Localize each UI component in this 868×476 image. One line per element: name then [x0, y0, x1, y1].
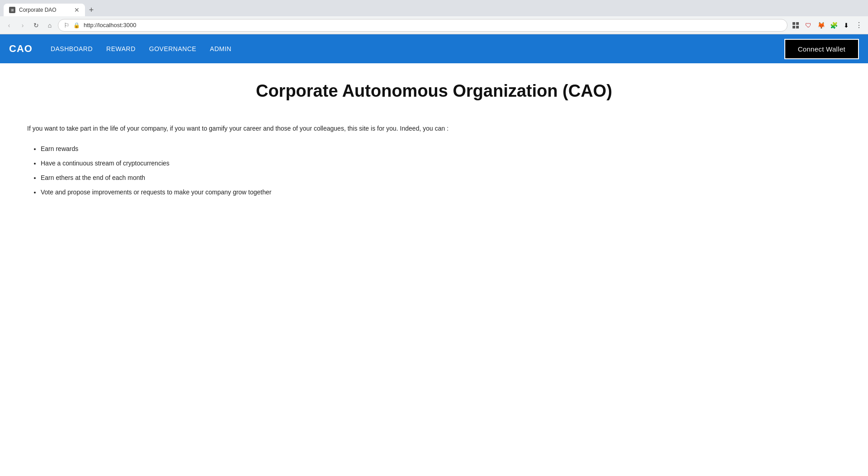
browser-chrome: ⊞ Corporate DAO ✕ + ‹ › ↻ ⌂ ⚐ 🔒 http://l…	[0, 0, 868, 34]
back-button[interactable]: ‹	[4, 20, 14, 31]
bookmark-icon: ⚐	[64, 22, 70, 29]
svg-rect-1	[796, 22, 799, 25]
tab-title: Corporate DAO	[19, 7, 71, 13]
tab-close-button[interactable]: ✕	[74, 7, 80, 13]
shield-extension-button[interactable]: 🛡	[803, 20, 814, 31]
nav-dashboard[interactable]: DASHBOARD	[51, 45, 93, 52]
feature-item-4: Vote and propose improvements or request…	[41, 186, 841, 198]
browser-toolbar: ‹ › ↻ ⌂ ⚐ 🔒 http://localhost:3000 🛡 🦊 🧩 …	[0, 16, 868, 34]
navbar-left: CAO DASHBOARD REWARD GOVERNANCE ADMIN	[9, 43, 231, 55]
svg-rect-3	[796, 26, 799, 28]
address-bar[interactable]: ⚐ 🔒 http://localhost:3000	[58, 19, 788, 32]
feature-item-2: Have a continuous stream of cryptocurren…	[41, 157, 841, 170]
download-extension-button[interactable]: ⬇	[841, 20, 852, 31]
forward-button[interactable]: ›	[17, 20, 28, 31]
home-button[interactable]: ⌂	[44, 20, 55, 31]
browser-extensions: 🛡 🦊 🧩 ⬇ ⋮	[790, 20, 864, 31]
svg-rect-0	[793, 22, 795, 25]
navbar-links: DASHBOARD REWARD GOVERNANCE ADMIN	[51, 45, 231, 52]
nav-governance[interactable]: GOVERNANCE	[149, 45, 197, 52]
browser-menu-button[interactable]: ⋮	[854, 20, 864, 31]
metamask-extension-button[interactable]: 🦊	[816, 20, 826, 31]
tab-favicon: ⊞	[9, 7, 15, 13]
app-navbar: CAO DASHBOARD REWARD GOVERNANCE ADMIN Co…	[0, 34, 868, 63]
nav-admin[interactable]: ADMIN	[210, 45, 231, 52]
secure-icon: 🔒	[73, 22, 80, 28]
feature-item-3: Earn ethers at the end of each month	[41, 171, 841, 184]
intro-paragraph: If you want to take part in the life of …	[27, 123, 841, 133]
puzzle-extension-button[interactable]: 🧩	[828, 20, 839, 31]
page-title: Corporate Autonomous Organization (CAO)	[27, 81, 841, 101]
extension-button-1[interactable]	[790, 20, 801, 31]
feature-item-1: Earn rewards	[41, 142, 841, 155]
connect-wallet-button[interactable]: Connect Wallet	[784, 39, 859, 59]
nav-reward[interactable]: REWARD	[106, 45, 136, 52]
reload-button[interactable]: ↻	[31, 20, 42, 31]
new-tab-button[interactable]: +	[85, 4, 98, 16]
features-list: Earn rewards Have a continuous stream of…	[27, 142, 841, 198]
navbar-logo: CAO	[9, 43, 33, 55]
svg-rect-2	[793, 26, 795, 28]
address-text[interactable]: http://localhost:3000	[84, 22, 782, 28]
main-content: Corporate Autonomous Organization (CAO) …	[0, 63, 868, 218]
browser-tab-active[interactable]: ⊞ Corporate DAO ✕	[4, 4, 85, 16]
browser-tab-bar: ⊞ Corporate DAO ✕ +	[0, 0, 868, 16]
